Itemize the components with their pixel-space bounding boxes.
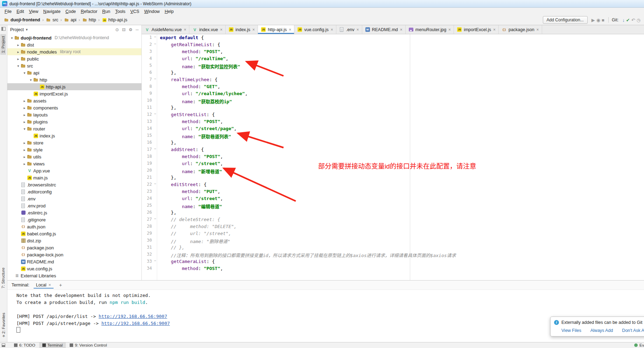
tree-item-eslintrc-js[interactable]: .eslintrc.js [7, 209, 141, 216]
code-line[interactable]: method: "POST", [160, 49, 644, 56]
tree-item-duoji-frontend[interactable]: ▾duoji-frontendD:\zheheWeb\duoji-fronten… [7, 34, 141, 41]
line-number[interactable]: 33− [142, 259, 157, 266]
tab-asidemenu-vue[interactable]: AsideMenu.vue× [142, 25, 189, 34]
code-line[interactable]: getCameraList: { [160, 259, 644, 266]
tool-window-toggle-icon[interactable] [1, 27, 6, 31]
fold-icon[interactable]: − [154, 259, 156, 263]
run-icon[interactable]: ▶ [591, 17, 596, 23]
debug-icon[interactable]: ◉ [596, 17, 601, 23]
chevron-right-icon[interactable]: ▸ [22, 113, 27, 117]
tree-item-app-vue[interactable]: App.vue [7, 167, 141, 174]
line-number[interactable]: 15 [142, 133, 157, 140]
tab-index-vue[interactable]: index.vue× [189, 25, 226, 34]
tree-item-babel-config-js[interactable]: babel.config.js [7, 230, 141, 237]
fold-icon[interactable]: − [154, 217, 156, 221]
tree-item-router[interactable]: ▾router [7, 125, 141, 132]
line-number[interactable]: 22− [142, 182, 157, 189]
breadcrumb-src[interactable]: src [45, 17, 59, 23]
tab-env[interactable]: .env× [336, 25, 362, 34]
code-line[interactable]: name: "获取巷道列表" [160, 133, 644, 140]
chevron-right-icon[interactable]: ▸ [22, 162, 27, 166]
code-line[interactable]: // deleteStreet: { [160, 217, 644, 224]
locate-icon[interactable]: ⊙ [115, 27, 119, 32]
menu-edit[interactable]: Edit [14, 8, 27, 15]
line-number[interactable]: 17− [142, 147, 157, 154]
breadcrumb-http-api-js[interactable]: http-api.js [101, 17, 128, 23]
line-number[interactable]: 2− [142, 42, 157, 49]
terminal-link[interactable]: http://192.168.66.56:9007 [102, 321, 170, 326]
fold-icon[interactable]: − [154, 42, 156, 46]
chevron-down-icon[interactable]: ▾ [22, 71, 27, 75]
code-line[interactable]: getStreetList: { [160, 112, 644, 119]
line-number[interactable]: 12− [142, 112, 157, 119]
breadcrumb-api[interactable]: api [63, 17, 78, 23]
line-number[interactable]: 26 [142, 210, 157, 217]
tree-item-env-prod[interactable]: .env.prod [7, 202, 141, 209]
line-number[interactable]: 9 [142, 91, 157, 98]
line-number[interactable]: 30 [142, 238, 157, 245]
line-number[interactable]: 18 [142, 154, 157, 161]
collapse-icon[interactable]: ⊟ [122, 27, 126, 32]
notification-action-don-t-ask-again[interactable]: Don't Ask Again [622, 328, 644, 333]
menu-navigate[interactable]: Navigate [41, 8, 63, 15]
tree-item-main-js[interactable]: main.js [7, 174, 141, 181]
editor-code-area[interactable]: export default { getRealTimeList: { meth… [157, 34, 644, 280]
terminal-tab-local[interactable]: Local × [34, 282, 54, 289]
code-line[interactable]: method: "PUT", [160, 189, 644, 196]
tab-http-api-js[interactable]: http-api.js× [258, 25, 294, 34]
tree-item-public[interactable]: ▸public [7, 55, 141, 62]
notification-action-always-add[interactable]: Always Add [590, 328, 613, 333]
line-number[interactable]: 13 [142, 119, 157, 126]
tree-item-assets[interactable]: ▸assets [7, 97, 141, 104]
line-number[interactable]: 16 [142, 140, 157, 147]
terminal-output[interactable]: Note that the development build is not o… [7, 290, 644, 342]
tab-vue-config-js[interactable]: vue.config.js× [294, 25, 336, 34]
tree-item-style[interactable]: ▸style [7, 146, 141, 153]
git-update-icon[interactable]: ↓ [622, 17, 625, 23]
close-icon[interactable]: × [537, 27, 539, 32]
tree-item-gitignore[interactable]: .gitignore [7, 216, 141, 223]
line-number[interactable]: 28 [142, 224, 157, 231]
close-icon[interactable]: × [184, 27, 186, 32]
tree-item-src[interactable]: ▾src [7, 62, 141, 69]
menu-code[interactable]: Code [63, 8, 78, 15]
tree-item-utils[interactable]: ▸utils [7, 153, 141, 160]
chevron-down-icon[interactable]: ▾ [9, 36, 14, 40]
breadcrumb-duoji-frontend[interactable]: duoji-frontend [3, 17, 41, 23]
line-number[interactable]: 21 [142, 175, 157, 182]
git-revert-icon[interactable]: ↶ [631, 17, 636, 23]
code-line[interactable]: editStreet: { [160, 182, 644, 189]
line-number[interactable]: 29 [142, 231, 157, 238]
chevron-down-icon[interactable]: ▾ [22, 127, 27, 131]
tree-item-http-api-js[interactable]: http-api.js [7, 83, 141, 90]
statusbar-event-log[interactable]: Event Log [634, 342, 644, 348]
menu-window[interactable]: Window [142, 8, 162, 15]
git-commit-icon[interactable]: ✔ [625, 17, 631, 23]
fold-icon[interactable]: − [154, 112, 156, 116]
line-number[interactable]: 32 [142, 252, 157, 259]
stop-icon[interactable]: ■ [601, 17, 605, 23]
line-number[interactable]: 14 [142, 126, 157, 133]
chevron-right-icon[interactable]: ▸ [22, 120, 27, 124]
tree-item-dist-zip[interactable]: dist.zip [7, 237, 141, 244]
statusbar-9-version-control[interactable]: 9: Version Control [66, 342, 110, 348]
close-icon[interactable]: × [331, 27, 333, 32]
tree-item-package-lock-json[interactable]: package-lock.json [7, 251, 141, 258]
tab-package-json[interactable]: package.json× [499, 25, 542, 34]
menu-run[interactable]: Run [100, 8, 113, 15]
close-icon[interactable]: × [448, 27, 451, 32]
fold-icon[interactable]: − [154, 147, 156, 151]
code-line[interactable]: method: "POST", [160, 119, 644, 126]
close-icon[interactable]: × [49, 283, 51, 287]
tree-item-browserslistrc[interactable]: .browserslistrc [7, 181, 141, 188]
tab-importexcel-js[interactable]: importExcel.js× [454, 25, 499, 34]
tree-item-index-js[interactable]: index.js [7, 132, 141, 139]
close-icon[interactable]: × [220, 27, 223, 32]
add-configuration-button[interactable]: Add Configuration... [543, 16, 588, 24]
statusbar-terminal[interactable]: Terminal [39, 342, 66, 348]
tree-item-components[interactable]: ▸components [7, 104, 141, 111]
chevron-right-icon[interactable]: ▸ [16, 43, 21, 47]
settings-icon[interactable]: ⚙ [129, 27, 133, 32]
code-line[interactable]: //注释：所有用到删除的接口都需要拼接变量id，所以请求方式采用了挂载在原型链上… [160, 252, 644, 259]
tree-item-external-libraries[interactable]: External Libraries [7, 272, 141, 279]
